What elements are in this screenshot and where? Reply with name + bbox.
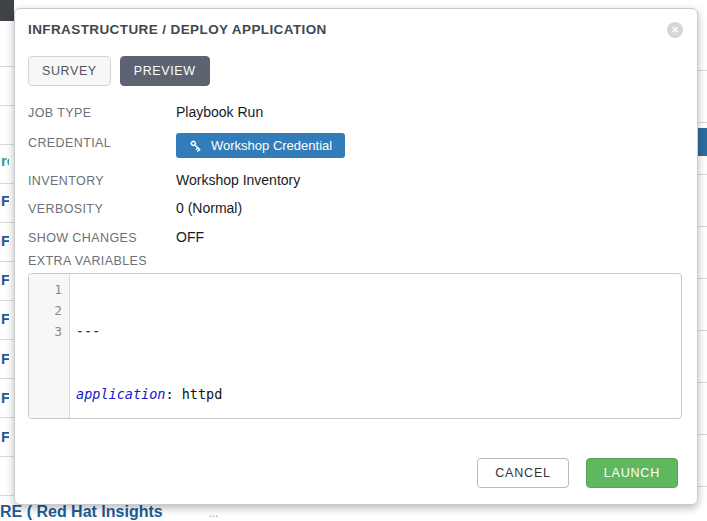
yaml-value-token: : httpd	[165, 386, 222, 402]
background-table-cell	[697, 128, 707, 156]
key-icon	[189, 139, 203, 153]
field-label: VERBOSITY	[28, 199, 176, 216]
background-dark-corner	[0, 0, 14, 21]
field-inventory: INVENTORY Workshop Inventory	[28, 171, 677, 188]
close-icon[interactable]	[667, 22, 683, 38]
field-verbosity: VERBOSITY 0 (Normal)	[28, 199, 677, 216]
extra-variables-label: EXTRA VARIABLES	[28, 254, 677, 268]
yaml-key-token: application	[76, 386, 165, 402]
field-list: JOB TYPE Playbook Run CREDENTIAL	[28, 103, 677, 419]
yaml-doc-start-token: ---	[76, 323, 100, 339]
field-label: INVENTORY	[28, 171, 176, 188]
background-text-fragment: F	[1, 350, 9, 367]
background-text-fragment: F	[1, 310, 9, 327]
editor-line-numbers: 1 2 3	[29, 274, 70, 418]
credential-tag-button[interactable]: Workshop Credential	[176, 133, 345, 158]
screen: rc F F F F F F F RE ( Red Hat Insights..…	[0, 0, 707, 521]
background-text-fragment: ...	[209, 506, 219, 520]
line-number: 1	[29, 279, 62, 300]
background-text-fragment: F	[1, 192, 9, 209]
background-link-fragment: RE ( Red Hat Insights	[0, 503, 163, 520]
field-label: JOB TYPE	[28, 103, 176, 120]
background-text-fragment: F	[1, 232, 9, 249]
field-job-type: JOB TYPE Playbook Run	[28, 103, 677, 120]
background-text-fragment: rc	[1, 152, 9, 169]
credential-tag-label: Workshop Credential	[211, 138, 332, 153]
tab-preview[interactable]: PREVIEW	[120, 56, 210, 86]
field-value: OFF	[176, 228, 204, 245]
code-line: application: httpd	[76, 384, 681, 405]
field-show-changes: SHOW CHANGES OFF	[28, 228, 677, 245]
cancel-button[interactable]: CANCEL	[477, 458, 569, 488]
line-number: 2	[29, 300, 62, 321]
field-credential: CREDENTIAL	[28, 133, 677, 158]
extra-variables-editor[interactable]: 1 2 3 --- application: httpd	[28, 273, 682, 419]
background-bottom-row: RE ( Red Hat Insights...	[0, 503, 707, 521]
line-number: 3	[29, 321, 62, 342]
tab-survey[interactable]: SURVEY	[28, 56, 111, 86]
code-line: ---	[76, 321, 681, 342]
modal-title: INFRASTRUCTURE / DEPLOY APPLICATION	[28, 22, 677, 37]
field-value: 0 (Normal)	[176, 199, 242, 216]
background-text-fragment: F	[1, 428, 9, 445]
background-text-fragment: F	[1, 389, 9, 406]
modal-footer: CANCEL LAUNCH	[477, 458, 678, 488]
tab-bar: SURVEY PREVIEW	[28, 56, 677, 86]
editor-code-area[interactable]: --- application: httpd	[70, 274, 681, 418]
field-label: CREDENTIAL	[28, 133, 176, 150]
background-text-fragment: F	[1, 271, 9, 288]
field-label: SHOW CHANGES	[28, 228, 176, 245]
launch-button[interactable]: LAUNCH	[586, 458, 678, 488]
field-value: Playbook Run	[176, 103, 263, 120]
field-value: Workshop Inventory	[176, 171, 300, 188]
deploy-application-modal: INFRASTRUCTURE / DEPLOY APPLICATION SURV…	[14, 8, 698, 505]
